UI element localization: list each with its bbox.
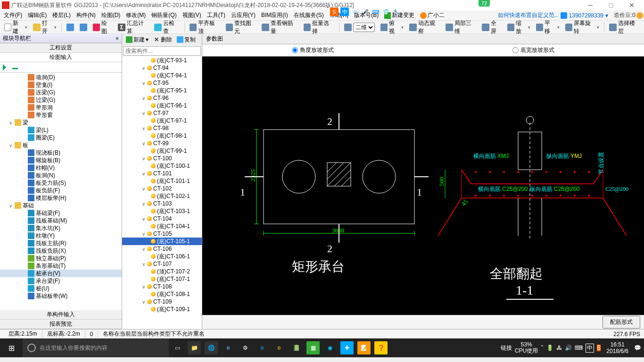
comp-item[interactable]: ∨CT-96 <box>122 94 202 102</box>
taskbar-search[interactable]: 在这里输入你要搜索的内容 <box>23 338 169 357</box>
comp-item[interactable]: ∨CT-103 <box>122 200 202 207</box>
nav-item[interactable]: 桩(U) <box>0 285 122 292</box>
nav-close-icon[interactable]: × <box>116 35 119 42</box>
nav-item[interactable]: 梁(L) <box>0 126 122 134</box>
nav-item[interactable]: 楼层板带(H) <box>0 194 122 202</box>
comp-item[interactable]: ∨CT-109 <box>122 298 202 305</box>
undo-button[interactable] <box>64 23 76 32</box>
nav-item[interactable]: 壁龛(I) <box>0 81 122 89</box>
taskview-icon[interactable]: ▭ <box>171 341 184 354</box>
taskbar-edge2[interactable]: e <box>256 341 269 354</box>
taskbar-app1[interactable]: 📁 <box>188 341 201 354</box>
nav-item[interactable]: ∨板 <box>0 141 122 149</box>
cad-viewport[interactable]: 3800 2325 2 2 1 1 矩形承台 <box>202 57 644 315</box>
comp-item[interactable]: ∨CT-107 <box>122 260 202 268</box>
nav-item[interactable]: 基础梁(F) <box>0 209 122 217</box>
taskbar-app2[interactable]: 🌐 <box>205 341 218 354</box>
tray-link[interactable]: 链接 <box>501 344 512 352</box>
comp-item[interactable]: (底)CT-107-1 <box>122 275 202 283</box>
tab-project[interactable]: 工程设置 <box>0 43 122 53</box>
nav-item[interactable]: 螺旋板(B) <box>0 156 122 164</box>
tab-draw[interactable]: 绘图输入 <box>0 53 122 62</box>
nav-item[interactable]: 板洞(N) <box>0 172 122 179</box>
component-tree[interactable]: (底)CT-93-1∨CT-94(底)CT-94-1∨CT-95(底)CT-95… <box>122 57 202 329</box>
batch-button[interactable]: 批量选择 <box>301 18 337 36</box>
tray-sogou-icon[interactable]: S <box>597 345 601 351</box>
tray-notif-icon[interactable]: 💬 <box>634 345 641 351</box>
rot-button[interactable]: 屏幕旋转▾ <box>563 18 602 36</box>
param-tab[interactable]: 参数图 <box>202 34 644 44</box>
nav-item[interactable]: 过梁(G) <box>0 96 122 104</box>
comp-item[interactable]: ∨CT-95 <box>122 79 202 87</box>
taskbar-app5[interactable]: ▦ <box>306 341 320 354</box>
comp-item[interactable]: ∨CT-98 <box>122 124 202 132</box>
comp-item[interactable]: ∨CT-105 <box>122 230 202 238</box>
comp-item[interactable]: (底)CT-100-1 <box>122 162 202 170</box>
local-button[interactable]: 局部三维 <box>443 18 479 36</box>
comp-item[interactable]: (底)CT-105-1 <box>122 238 202 245</box>
nav-item[interactable]: 板负筋(F) <box>0 187 122 194</box>
nav-item[interactable]: 桩承台(V) <box>0 270 122 277</box>
comp-new-button[interactable]: 新建▾ <box>124 35 150 45</box>
comp-item[interactable]: ∨CT-94 <box>122 64 202 72</box>
taskbar-app8[interactable]: 📝 <box>357 341 371 354</box>
ime-skin-icon[interactable]: 👕 <box>382 8 390 16</box>
comp-item[interactable]: (底)CT-94-1 <box>122 72 202 79</box>
taskbar-edge[interactable]: e <box>222 341 235 354</box>
taskbar-app9[interactable]: ❓ <box>374 341 388 354</box>
comp-item[interactable]: ∨CT-97 <box>122 109 202 117</box>
nav-item[interactable]: 承台梁(F) <box>0 277 122 285</box>
ime-kb-icon[interactable]: ⌨ <box>372 8 380 16</box>
tray-ime[interactable]: 中 <box>586 344 594 353</box>
tray-kb-icon[interactable]: ⌨ <box>575 345 583 351</box>
comp-item[interactable]: (底)CT-95-1 <box>122 87 202 94</box>
dim-select[interactable]: 二维 <box>353 23 375 32</box>
tray-clock[interactable]: 16:512018/6/6 <box>603 341 631 355</box>
comp-item[interactable]: (底)CT-103-1 <box>122 207 202 215</box>
zoom-button[interactable]: 缩放▾ <box>505 18 533 36</box>
cloud-button[interactable]: 云检查 <box>152 18 182 36</box>
pan-button[interactable]: 平移▾ <box>534 18 561 36</box>
bird-button[interactable]: 俯视▾ <box>378 18 406 36</box>
comp-item[interactable]: (底)CT-98-1 <box>122 132 202 140</box>
comp-item[interactable]: ∨CT-106 <box>122 245 202 253</box>
tab-single[interactable]: 单构件输入 <box>0 310 122 320</box>
sum-button[interactable]: Σ汇总计算 <box>116 18 151 36</box>
dyn-button[interactable]: 动态观察 <box>407 18 442 36</box>
redo-button[interactable] <box>77 23 90 32</box>
find-button[interactable]: 查找图元 <box>223 18 259 36</box>
nav-item[interactable]: 现浇板(B) <box>0 149 122 156</box>
full-button[interactable]: 全屏 <box>479 18 504 36</box>
float-badge[interactable]: 72 <box>479 0 490 7</box>
comp-item[interactable]: (底)CT-99-1 <box>122 147 202 155</box>
nav-item[interactable]: ∨基础 <box>0 202 122 209</box>
comp-item[interactable]: (底)CT-97-1 <box>122 117 202 124</box>
taskbar-app4[interactable]: 📗 <box>289 341 303 354</box>
nav-item[interactable]: 独立基础(P) <box>0 255 122 262</box>
expand-all-icon[interactable] <box>3 64 9 71</box>
comp-item[interactable]: (顶)CT-107-2 <box>122 268 202 275</box>
taskbar-ie[interactable]: e <box>272 341 286 354</box>
nav-item[interactable]: 筏板负筋(X) <box>0 247 122 255</box>
nav-item[interactable]: 圈梁(E) <box>0 134 122 141</box>
tray-vol-icon[interactable]: 🔊 <box>565 345 572 351</box>
nav-item[interactable]: 筏板基础(M) <box>0 217 122 224</box>
nav-item[interactable]: 集水坑(K) <box>0 224 122 232</box>
dim-button[interactable]: 二维 <box>342 22 377 33</box>
comp-item[interactable]: (底)CT-101-1 <box>122 177 202 185</box>
floor-button[interactable]: 选择楼层 <box>607 18 642 36</box>
nav-item[interactable]: 墙洞(D) <box>0 74 122 81</box>
comp-item[interactable]: (底)CT-93-1 <box>122 57 202 64</box>
start-button[interactable]: ⊞ <box>0 338 23 357</box>
maximize-button[interactable]: □ <box>601 1 621 9</box>
nav-item[interactable]: 条形基础(T) <box>0 262 122 270</box>
open-button[interactable]: 打开▾ <box>31 18 58 36</box>
user-account[interactable]: 13907298339▾ <box>561 12 608 19</box>
taskbar-app7[interactable]: ✚ <box>340 341 354 354</box>
comp-item[interactable]: (底)CT-109-1 <box>122 305 202 313</box>
comp-item[interactable]: ∨CT-101 <box>122 170 202 177</box>
collapse-all-icon[interactable] <box>12 68 18 69</box>
nav-item[interactable]: 板受力筋(S) <box>0 179 122 187</box>
comp-item[interactable]: (底)CT-104-1 <box>122 222 202 230</box>
taskbar-app6[interactable]: ◉ <box>323 341 337 354</box>
